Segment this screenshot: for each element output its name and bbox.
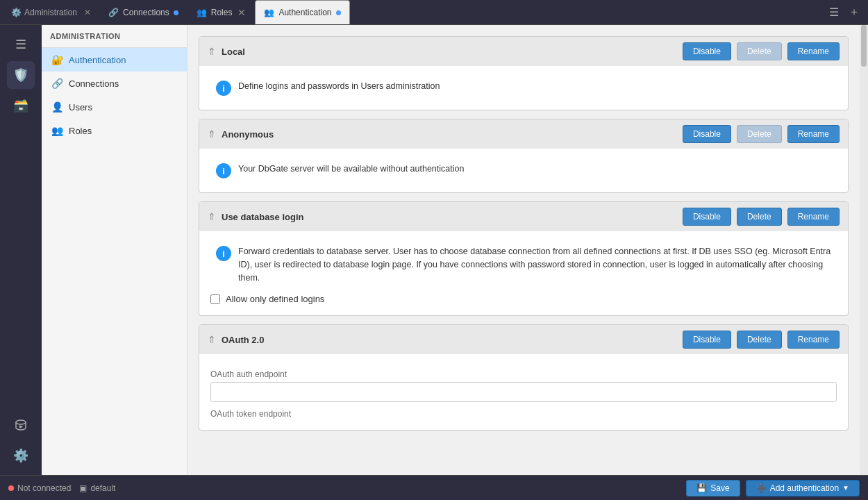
database-login-rename-button[interactable]: Rename xyxy=(787,208,840,226)
main-layout: ☰ 🛡️ 🗃️ ⚙️ Administration 🔐 Authenticati… xyxy=(0,25,868,475)
sidebar: Administration 🔐 Authentication 🔗 Connec… xyxy=(42,25,187,475)
save-icon: 💾 xyxy=(696,483,707,493)
oauth2-delete-button[interactable]: Delete xyxy=(737,331,782,349)
allow-defined-logins-row: Allow only defined logins xyxy=(210,290,837,307)
anonymous-section-header: ⇑ Anonymous Disable Delete Rename xyxy=(199,119,848,149)
list-view-button[interactable]: ☰ xyxy=(826,4,842,20)
db-with-play-button[interactable] xyxy=(7,411,35,439)
database-login-info-box: i Forward credentials to database server… xyxy=(210,240,837,290)
add-authentication-button[interactable]: ➕ Add authentication ▼ xyxy=(746,480,860,497)
oauth2-auth-section: ⇑ OAuth 2.0 Disable Delete Rename OAuth … xyxy=(199,324,849,431)
allow-defined-logins-label[interactable]: Allow only defined logins xyxy=(226,294,324,304)
add-tab-button[interactable]: ＋ xyxy=(846,3,862,21)
users-sidebar-icon: 👤 xyxy=(51,101,63,112)
database-login-delete-button[interactable]: Delete xyxy=(737,208,782,226)
anonymous-collapse-icon[interactable]: ⇑ xyxy=(208,128,216,140)
roles-tab-close[interactable]: ✕ xyxy=(237,7,246,18)
local-info-box: i Define logins and passwords in Users a… xyxy=(210,74,837,101)
local-auth-section: ⇑ Local Disable Delete Rename i Define l… xyxy=(199,36,849,110)
sidebar-item-roles[interactable]: 👥 Roles xyxy=(42,119,187,142)
database-login-auth-section: ⇑ Use database login Disable Delete Rena… xyxy=(199,201,849,316)
connections-sidebar-icon: 🔗 xyxy=(51,78,63,89)
local-section-body: i Define logins and passwords in Users a… xyxy=(199,66,848,110)
anonymous-info-icon: i xyxy=(216,163,231,178)
tab-authentication[interactable]: 👥 Authentication xyxy=(255,0,349,24)
oauth2-collapse-icon[interactable]: ⇑ xyxy=(208,334,216,345)
connections-tab-icon: 🔗 xyxy=(108,8,119,17)
database-login-section-body: i Forward credentials to database server… xyxy=(199,231,848,315)
anonymous-auth-section: ⇑ Anonymous Disable Delete Rename i Your… xyxy=(199,119,849,193)
database-login-disable-button[interactable]: Disable xyxy=(683,208,731,226)
branch-icon: ▣ xyxy=(79,483,87,493)
sidebar-header: Administration xyxy=(42,25,187,48)
oauth2-rename-button[interactable]: Rename xyxy=(787,331,840,349)
sidebar-item-users[interactable]: 👤 Users xyxy=(42,95,187,119)
connections-tab-dot xyxy=(174,10,178,15)
disconnected-dot xyxy=(8,485,14,491)
local-info-icon: i xyxy=(216,81,231,96)
save-button[interactable]: 💾 Save xyxy=(686,480,740,497)
authentication-tab-dot xyxy=(336,10,341,15)
content-area: ⇑ Local Disable Delete Rename i Define l… xyxy=(187,25,860,475)
database-login-collapse-icon[interactable]: ⇑ xyxy=(208,211,216,222)
anonymous-disable-button[interactable]: Disable xyxy=(683,125,731,143)
scrollbar[interactable] xyxy=(860,25,868,475)
anonymous-delete-button[interactable]: Delete xyxy=(737,125,782,143)
shield-icon-button[interactable]: 🛡️ xyxy=(7,61,35,89)
oauth2-disable-button[interactable]: Disable xyxy=(683,331,731,349)
anonymous-rename-button[interactable]: Rename xyxy=(787,125,840,143)
default-branch-status[interactable]: ▣ default xyxy=(79,483,115,493)
tab-connections[interactable]: 🔗 Connections xyxy=(99,0,187,24)
tab-actions: ☰ ＋ xyxy=(826,3,862,21)
add-auth-chevron-icon: ▼ xyxy=(842,484,849,492)
oauth-token-endpoint-label: OAuth token endpoint xyxy=(210,409,837,419)
roles-tab-icon: 👥 xyxy=(197,8,207,17)
close-tab-icon[interactable]: ✕ xyxy=(84,8,91,17)
sidebar-item-connections[interactable]: 🔗 Connections xyxy=(42,72,187,95)
hamburger-button[interactable]: ☰ xyxy=(7,31,35,58)
local-rename-button[interactable]: Rename xyxy=(787,42,840,60)
database-login-section-header: ⇑ Use database login Disable Delete Rena… xyxy=(199,202,848,231)
allow-defined-logins-checkbox[interactable] xyxy=(210,294,220,304)
authentication-sidebar-icon: 🔐 xyxy=(51,54,63,65)
admin-icon: ⚙️ xyxy=(11,8,22,17)
oauth2-section-body: OAuth auth endpoint OAuth token endpoint xyxy=(199,354,848,430)
local-collapse-icon[interactable]: ⇑ xyxy=(208,46,216,57)
tab-roles[interactable]: 👥 Roles ✕ xyxy=(187,0,256,24)
local-section-header: ⇑ Local Disable Delete Rename xyxy=(199,37,848,66)
authentication-tab-icon: 👥 xyxy=(264,8,274,17)
svg-marker-1 xyxy=(19,425,23,428)
local-disable-button[interactable]: Disable xyxy=(683,42,731,60)
anonymous-info-box: i Your DbGate server will be available w… xyxy=(210,157,837,184)
sidebar-item-authentication[interactable]: 🔐 Authentication xyxy=(42,48,187,72)
connection-status[interactable]: Not connected xyxy=(8,483,71,493)
svg-point-0 xyxy=(16,420,26,424)
add-auth-icon: ➕ xyxy=(756,483,767,493)
oauth-auth-endpoint-label: OAuth auth endpoint xyxy=(210,369,837,379)
roles-sidebar-icon: 👥 xyxy=(51,125,63,136)
tab-bar: ⚙️ Administration ✕ 🔗 Connections 👥 Role… xyxy=(0,0,868,25)
bottom-bar: Not connected ▣ default 💾 Save ➕ Add aut… xyxy=(0,475,868,500)
oauth2-section-header: ⇑ OAuth 2.0 Disable Delete Rename xyxy=(199,325,848,354)
admin-tab-title: ⚙️ Administration ✕ xyxy=(6,8,97,17)
left-panel: ☰ 🛡️ 🗃️ ⚙️ xyxy=(0,25,42,475)
local-delete-button[interactable]: Delete xyxy=(737,42,782,60)
database-icon-button[interactable]: 🗃️ xyxy=(7,92,35,119)
settings-icon-button[interactable]: ⚙️ xyxy=(7,442,35,469)
scroll-thumb[interactable] xyxy=(861,25,867,67)
anonymous-section-body: i Your DbGate server will be available w… xyxy=(199,149,848,192)
bottom-actions: 💾 Save ➕ Add authentication ▼ xyxy=(686,480,860,497)
database-login-info-icon: i xyxy=(216,246,231,261)
oauth-auth-endpoint-input[interactable] xyxy=(210,382,837,402)
